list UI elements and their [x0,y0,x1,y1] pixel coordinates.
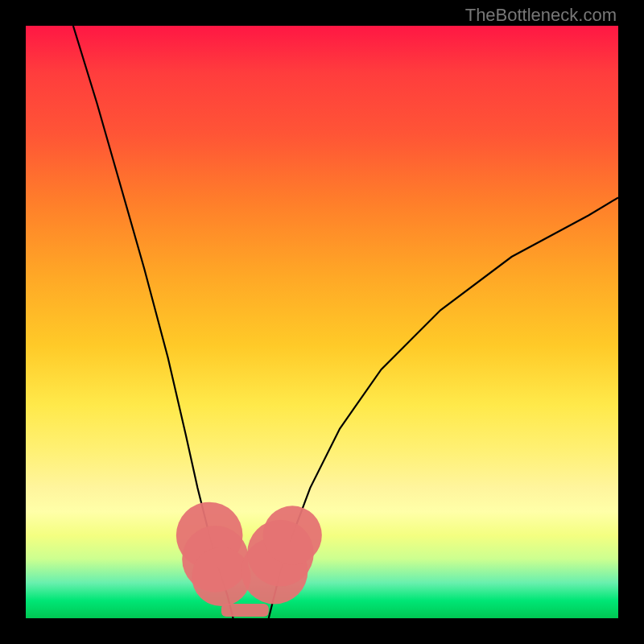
data-marker [263,506,322,564]
curve-right-branch [269,197,618,618]
data-markers [176,502,322,606]
minimum-band [221,604,269,617]
plot-area [26,26,618,618]
chart-overlay [26,26,618,618]
outer-frame: TheBottleneck.com [0,0,644,644]
watermark-text: TheBottleneck.com [465,5,617,26]
